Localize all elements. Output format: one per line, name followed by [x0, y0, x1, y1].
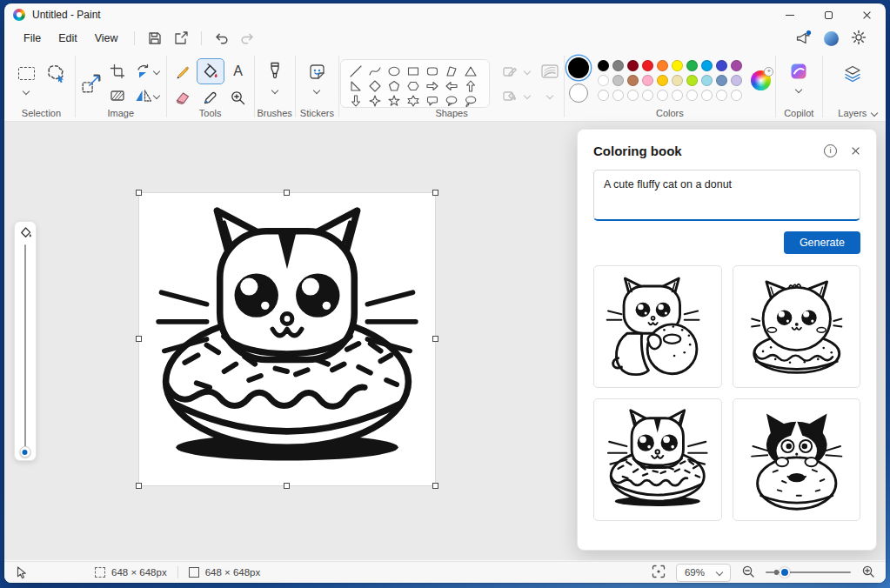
color-swatch-c3c3c3[interactable] — [612, 75, 624, 86]
triangle-shape[interactable] — [465, 65, 477, 77]
color-swatch-fff200[interactable] — [672, 60, 683, 71]
menu-view[interactable]: View — [86, 29, 127, 48]
panel-close-icon[interactable] — [851, 146, 860, 156]
color-swatch-b5e61d[interactable] — [686, 75, 698, 86]
text-tool-button[interactable]: A — [225, 59, 251, 84]
magnifier-tool-button[interactable] — [225, 85, 251, 110]
arrow-up-shape[interactable] — [465, 80, 477, 92]
empty-color-slot[interactable] — [672, 90, 683, 101]
marquee-pattern-button[interactable] — [104, 84, 130, 108]
zoom-in-button[interactable] — [861, 565, 875, 580]
prompt-input[interactable]: A cute fluffy cat on a donut — [593, 170, 860, 221]
star-five-shape[interactable] — [388, 95, 400, 107]
color-swatch-7f7f7f[interactable] — [612, 60, 624, 71]
polygon-shape[interactable] — [445, 65, 458, 77]
oval-shape[interactable] — [388, 65, 400, 77]
result-thumbnail-3[interactable] — [593, 398, 722, 521]
speech-oval-shape[interactable] — [445, 95, 458, 107]
eraser-tool-button[interactable] — [170, 85, 196, 110]
redo-button[interactable] — [235, 29, 261, 48]
shape-fill-button[interactable] — [497, 84, 523, 108]
result-thumbnail-2[interactable] — [733, 265, 861, 388]
color-swatch-3f48cc[interactable] — [716, 60, 727, 71]
minimize-button[interactable] — [771, 3, 809, 26]
result-thumbnail-4[interactable] — [733, 398, 861, 521]
right-triangle-shape[interactable] — [350, 80, 362, 92]
selection-handle-ne[interactable] — [432, 190, 438, 196]
arrow-down-shape[interactable] — [350, 95, 362, 107]
color-swatch-efe4b0[interactable] — [672, 75, 683, 86]
rectangle-select-button[interactable] — [13, 61, 39, 85]
color-swatch-ffffff[interactable] — [598, 75, 609, 86]
pencil-tool-button[interactable] — [170, 59, 196, 84]
selection-handle-s[interactable] — [284, 483, 290, 489]
color-swatch-ffaec9[interactable] — [642, 75, 653, 86]
color-swatch-00a2e8[interactable] — [701, 60, 713, 71]
selection-handle-w[interactable] — [136, 336, 142, 342]
color-swatch-c8bfe7[interactable] — [731, 75, 742, 86]
color-swatch-000000[interactable] — [598, 60, 609, 71]
chevron-down-icon[interactable] — [313, 87, 320, 94]
selection-handle-n[interactable] — [284, 190, 290, 196]
crop-button[interactable] — [104, 59, 130, 84]
empty-color-slot[interactable] — [627, 90, 639, 101]
empty-color-slot[interactable] — [686, 90, 698, 101]
selection-handle-sw[interactable] — [136, 483, 142, 489]
selection-handle-se[interactable] — [432, 483, 438, 489]
hexagon-shape[interactable] — [407, 80, 419, 92]
generate-button[interactable]: Generate — [784, 231, 860, 254]
curve-shape[interactable] — [369, 65, 381, 77]
fit-to-screen-button[interactable] — [652, 565, 666, 580]
color-picker-tool-button[interactable] — [197, 85, 224, 110]
pentagon-shape[interactable] — [388, 80, 400, 92]
zoom-slider-thumb[interactable] — [780, 567, 790, 578]
fill-tool-button[interactable] — [197, 59, 224, 84]
copilot-button[interactable] — [784, 59, 813, 84]
star-four-shape[interactable] — [369, 95, 381, 107]
color-swatch-b97a57[interactable] — [627, 75, 639, 86]
shape-outline-button[interactable] — [497, 59, 523, 84]
empty-color-slot[interactable] — [716, 90, 727, 101]
rotate-button[interactable] — [132, 59, 162, 84]
zoom-level-dropdown[interactable]: 69% — [676, 564, 731, 582]
line-weight-button[interactable] — [537, 59, 563, 84]
settings-button[interactable] — [851, 30, 867, 48]
speech-cloud-shape[interactable] — [465, 95, 477, 107]
empty-color-slot[interactable] — [701, 90, 713, 101]
color-swatch-ffc90e[interactable] — [657, 75, 668, 86]
result-thumbnail-1[interactable] — [593, 265, 722, 388]
speech-rounded-shape[interactable] — [426, 95, 438, 107]
size-slider-thumb[interactable] — [19, 446, 30, 458]
arrow-right-shape[interactable] — [426, 80, 438, 92]
primary-color-swatch[interactable] — [568, 57, 589, 78]
edit-colors-button[interactable] — [751, 70, 771, 90]
menu-edit[interactable]: Edit — [50, 29, 86, 48]
flip-button[interactable] — [132, 84, 162, 108]
stickers-button[interactable] — [304, 59, 330, 84]
share-button[interactable] — [168, 29, 194, 48]
line-shape[interactable] — [350, 65, 362, 77]
rounded-rectangle-shape[interactable] — [426, 65, 438, 77]
color-swatch-7092be[interactable] — [716, 75, 727, 86]
color-swatch-ed1c24[interactable] — [642, 60, 653, 71]
menu-file[interactable]: File — [15, 29, 50, 48]
layers-button[interactable] — [840, 62, 866, 86]
empty-color-slot[interactable] — [642, 90, 653, 101]
freeform-select-button[interactable] — [43, 61, 69, 85]
size-slider-track[interactable] — [24, 244, 26, 452]
chevron-down-icon[interactable] — [23, 88, 30, 95]
info-icon[interactable]: i — [824, 144, 837, 157]
star-six-shape[interactable] — [407, 95, 419, 107]
zoom-out-button[interactable] — [741, 565, 755, 580]
color-swatch-880015[interactable] — [627, 60, 639, 71]
zoom-slider[interactable] — [766, 571, 851, 573]
color-swatch-22b14c[interactable] — [686, 60, 698, 71]
canvas-image[interactable] — [139, 193, 435, 485]
arrow-left-shape[interactable] — [445, 80, 458, 92]
empty-color-slot[interactable] — [657, 90, 668, 101]
color-swatch-a349a4[interactable] — [731, 60, 742, 71]
save-button[interactable] — [142, 29, 168, 48]
maximize-button[interactable] — [809, 3, 847, 26]
color-swatch-ff7f27[interactable] — [657, 60, 668, 71]
secondary-color-swatch[interactable] — [569, 84, 588, 103]
